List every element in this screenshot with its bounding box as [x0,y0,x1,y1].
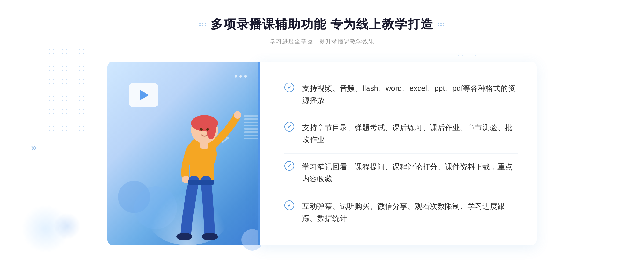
check-mark: ✓ [287,203,291,208]
dot-grid-left [199,23,206,26]
svg-point-12 [206,128,209,131]
bg-dots-left [43,43,86,134]
dot [440,23,442,24]
illustration-card [107,62,268,245]
illus-dot [235,75,237,78]
feature-item-4: ✓ 互动弹幕、试听购买、微信分享、观看次数限制、学习进度跟踪、数据统计 [284,193,518,232]
dot [443,23,444,24]
check-mark: ✓ [287,124,291,129]
play-triangle-icon [140,90,149,100]
title-decor-right [438,23,445,26]
feature-text-3: 学习笔记回看、课程提问、课程评论打分、课件资料下载，重点内容收藏 [302,161,518,185]
feature-text-2: 支持章节目录、弹题考试、课后练习、课后作业、章节测验、批改作业 [302,122,518,146]
check-icon-3: ✓ [284,161,294,171]
chevron-left-decor: » [31,142,36,153]
feature-text-1: 支持视频、音频、flash、word、excel、ppt、pdf等各种格式的资源… [302,83,518,107]
page-container: » 多项录播课辅助功能 专为线上教学打造 [0,0,644,261]
svg-point-9 [202,233,218,240]
dot [443,25,444,26]
subtitle: 学习进度全掌握，提升录播课教学效果 [199,38,445,46]
play-button-illustration [129,83,158,107]
svg-rect-10 [200,141,208,149]
check-mark: ✓ [287,85,291,90]
dot [199,25,201,26]
decor-circle-2 [54,213,80,240]
title-row: 多项录播课辅助功能 专为线上教学打造 [199,16,445,33]
check-icon-2: ✓ [284,122,294,132]
svg-point-8 [176,233,192,240]
dot [205,23,206,24]
illus-dot [244,75,247,78]
dot-grid-right [438,23,445,26]
title-decor-left [199,23,206,26]
page-header: 多项录播课辅助功能 专为线上教学打造 学习进度全掌握，提升录播课教学效果 [199,16,445,46]
main-title: 多项录播课辅助功能 专为线上教学打造 [211,16,434,33]
dot [202,23,203,24]
feature-item-3: ✓ 学习笔记回看、课程提问、课程评论打分、课件资料下载，重点内容收藏 [284,154,518,193]
dot [199,23,201,24]
feature-text-4: 互动弹幕、试听购买、微信分享、观看次数限制、学习进度跟踪、数据统计 [302,200,518,225]
person-figure [159,95,255,245]
dot [440,25,442,26]
svg-point-11 [200,128,203,131]
check-icon-1: ✓ [284,83,294,92]
dot [202,25,203,26]
check-mark: ✓ [287,163,291,168]
illus-dots-decor [235,75,247,78]
dot [205,25,206,26]
feature-item-1: ✓ 支持视频、音频、flash、word、excel、ppt、pdf等各种格式的… [284,75,518,114]
dot [438,23,439,24]
svg-rect-7 [188,180,214,185]
content-area: ✓ 支持视频、音频、flash、word、excel、ppt、pdf等各种格式的… [107,62,537,245]
svg-point-4 [234,111,241,119]
feature-item-2: ✓ 支持章节目录、弹题考试、课后练习、课后作业、章节测验、批改作业 [284,114,518,154]
features-panel: ✓ 支持视频、音频、flash、word、excel、ppt、pdf等各种格式的… [258,62,537,245]
dot [438,25,439,26]
check-icon-4: ✓ [284,200,294,210]
illus-dot [239,75,242,78]
